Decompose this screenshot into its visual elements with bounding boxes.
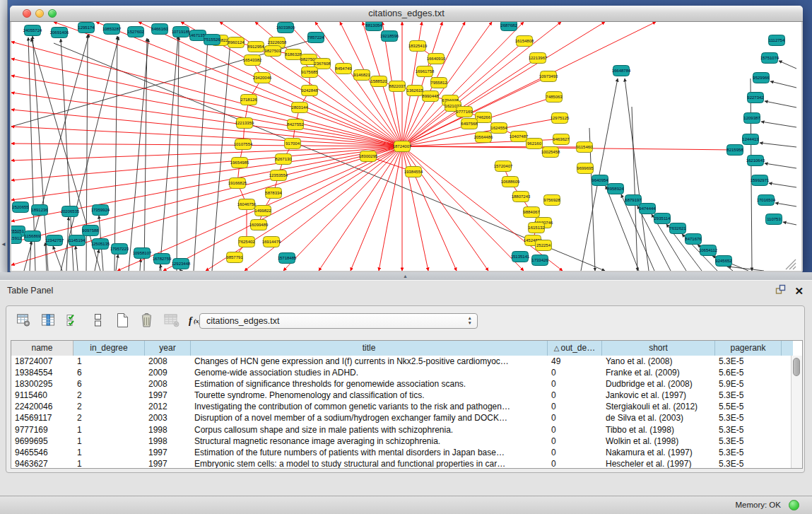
graph-node[interactable]: 7515526	[204, 35, 220, 45]
graph-node[interactable]: 10407487	[510, 132, 529, 142]
graph-node[interactable]: 8267130	[275, 154, 292, 165]
column-header-pagerank[interactable]: pagerank	[715, 341, 782, 356]
graph-node[interactable]: 2803144	[291, 103, 308, 113]
graph-node[interactable]: 9097588	[82, 226, 99, 236]
graph-node[interactable]: 2935114	[654, 214, 671, 224]
graph-node[interactable]: 16543382	[243, 55, 262, 66]
graph-node[interactable]: 8960124	[228, 37, 245, 48]
graph-node[interactable]: 12975125	[551, 113, 570, 124]
graph-node[interactable]: 1295174	[78, 23, 95, 33]
graph-node[interactable]: 16210643	[746, 156, 765, 166]
graph-node[interactable]: 9857791	[226, 252, 243, 263]
graph-node[interactable]: 6497568	[461, 119, 478, 129]
graph-node[interactable]: 2520655	[12, 202, 29, 213]
column-header-year[interactable]: year	[145, 341, 191, 356]
graph-node[interactable]: 8454749	[335, 64, 352, 74]
graph-node[interactable]: 6466160	[151, 24, 168, 35]
graph-node[interactable]: 16640910	[427, 54, 446, 64]
table-row[interactable]: 977716911998Corpus callosum shape and si…	[11, 424, 792, 436]
table-row[interactable]: 1456911722003Disruption of a novel membe…	[11, 412, 792, 424]
graph-node[interactable]: 12505135	[91, 239, 110, 250]
graph-node[interactable]: 15720407	[494, 161, 513, 172]
graph-node[interactable]: 1733426	[531, 255, 548, 266]
graph-node[interactable]: 9827503	[264, 46, 281, 57]
graph-node[interactable]: 2687682	[500, 22, 517, 31]
graph-node[interactable]: 16154808	[515, 36, 534, 47]
graph-node[interactable]: 9146821	[353, 70, 370, 81]
graph-node[interactable]: 9640954	[592, 175, 608, 186]
graph-node[interactable]: 7632621	[669, 223, 686, 234]
graph-node[interactable]: 16033809	[276, 23, 295, 33]
graph-node[interactable]: 10958107	[133, 248, 152, 259]
resize-grip-icon[interactable]	[789, 263, 796, 269]
graph-node[interactable]: 1527602	[127, 27, 144, 37]
graph-node[interactable]: 15135141	[511, 252, 530, 262]
graph-node[interactable]: 10853287	[102, 24, 122, 35]
graph-node[interactable]: 9777169	[456, 107, 473, 117]
network-table-select[interactable]: citations_edges.txt ▲▼	[199, 313, 478, 329]
graph-node[interactable]: 8471676	[685, 234, 702, 245]
graph-node[interactable]: 1156869	[25, 231, 42, 242]
graph-node[interactable]: 9242848	[301, 86, 318, 96]
graph-node[interactable]: 8822037	[389, 81, 406, 92]
graph-node[interactable]: 9115460	[577, 142, 594, 153]
graph-node[interactable]: 110753	[766, 214, 782, 225]
column-header-name[interactable]: name	[11, 341, 73, 356]
graph-node[interactable]: 1244413	[742, 134, 759, 145]
graph-node[interactable]: 10654112	[699, 245, 718, 256]
graph-node[interactable]: 5878334	[265, 188, 282, 199]
graph-node[interactable]: 962160	[526, 139, 543, 149]
graph-node[interactable]: 10025458	[541, 147, 560, 158]
graph-node[interactable]: 16099489	[249, 220, 269, 230]
column-header-in_degree[interactable]: in_degree	[73, 341, 145, 356]
table-row[interactable]: 1938455462009Genome-wide association stu…	[11, 367, 792, 378]
graph-node[interactable]: 12923448	[172, 259, 191, 269]
graph-node[interactable]: 1362615	[406, 86, 423, 96]
graph-node[interactable]: 18807243	[512, 192, 531, 202]
graph-node[interactable]: 20691406	[50, 28, 69, 38]
graph-node[interactable]: 9884067	[523, 207, 540, 218]
delete-table-button[interactable]	[139, 313, 155, 330]
network-canvas[interactable]: 1872400776638228960124891295423226058982…	[11, 22, 801, 271]
table-row[interactable]: 2242004622012Investigating the contribut…	[11, 401, 792, 412]
graph-node[interactable]: 1891236	[31, 205, 48, 216]
merge-rows-button[interactable]	[89, 313, 106, 330]
graph-node[interactable]: 8427552	[287, 119, 304, 130]
table-row[interactable]: 1872400712008Changes of HCN gene express…	[11, 356, 792, 367]
graph-node[interactable]: 8990448	[422, 91, 439, 102]
graph-node[interactable]: 1499822	[254, 206, 271, 216]
select-column-button[interactable]	[40, 313, 57, 330]
graph-node[interactable]: 20564486	[474, 132, 493, 143]
graph-node[interactable]: 12342757	[45, 235, 64, 246]
table-scrollbar-thumb[interactable]	[793, 358, 800, 376]
graph-node[interactable]: 9245652	[715, 256, 732, 267]
table-scrollbar[interactable]	[791, 356, 802, 468]
graph-node[interactable]: 1588520	[370, 76, 387, 87]
graph-node[interactable]: 19166825	[228, 178, 247, 189]
graph-node[interactable]: 9699695	[577, 163, 594, 174]
graph-node[interactable]: 6879197	[625, 195, 642, 206]
graph-node[interactable]: 16961758	[416, 66, 435, 77]
graph-node[interactable]: 15751074	[760, 53, 779, 64]
close-panel-icon[interactable]: ✕	[794, 286, 804, 296]
table-row[interactable]: 969969511998Structural magnetic resonanc…	[11, 436, 792, 447]
graph-node[interactable]: 8912954	[247, 42, 264, 52]
graph-node[interactable]: 3915912	[11, 233, 22, 244]
table-settings-button[interactable]	[15, 313, 32, 330]
graph-node[interactable]: 10973493	[539, 71, 558, 82]
graph-node[interactable]: 7955812	[430, 78, 447, 88]
graph-node[interactable]: 1145194	[69, 235, 86, 246]
column-header-short[interactable]: short	[602, 341, 715, 356]
graph-node[interactable]: 12213967	[529, 53, 548, 64]
graph-node[interactable]: 16782759	[153, 254, 172, 264]
graph-node[interactable]: 9175685	[301, 67, 318, 78]
table-row[interactable]: 946554611997Estimation of the future num…	[11, 447, 792, 458]
table-row[interactable]: 911546021997Tourette syndrome. Phenomeno…	[11, 390, 792, 401]
splitter-collapse-arrow-icon[interactable]: ◄	[1, 241, 6, 247]
graph-node[interactable]: 8186328	[285, 49, 302, 60]
graph-node[interactable]: 9474444	[639, 204, 656, 214]
graph-node[interactable]: 8813054	[365, 22, 382, 31]
graph-node[interactable]: 20206535	[61, 206, 80, 217]
graph-node[interactable]: 16046756	[237, 199, 257, 210]
graph-node[interactable]: 10688609	[501, 177, 520, 187]
